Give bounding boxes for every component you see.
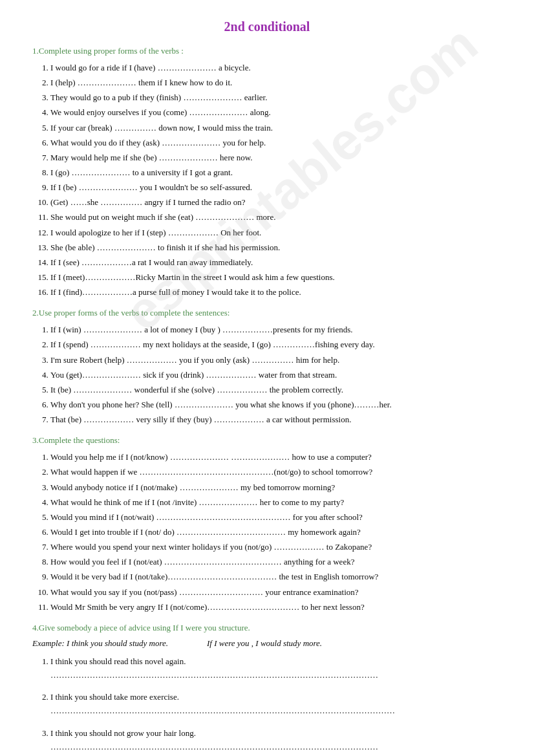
- list-item: I'm sure Robert (help) ……………… you if you…: [50, 354, 502, 367]
- section4-example-right: If I were you , I would study more.: [207, 638, 322, 649]
- section4-heading: 4.Give somebody a piece of advice using …: [32, 623, 502, 633]
- list-item: If I (win) ………………… a lot of money I (buy…: [50, 323, 502, 336]
- list-item: Would you help me if I (not/know) …………………: [50, 451, 502, 464]
- list-item: Why don't you phone her? She (tell) ……………: [50, 398, 502, 411]
- section1-heading: 1.Complete using proper forms of the ver…: [32, 46, 502, 56]
- section3-list: Would you help me if I (not/know) …………………: [32, 451, 502, 614]
- page-title: 2nd conditional: [32, 19, 502, 34]
- list-item: If I (see) ………………a rat I would ran away …: [50, 256, 502, 269]
- section4-item-text: I think you should take more exercise.: [50, 692, 179, 702]
- list-item: Mary would help me if she (be) ………………… h…: [50, 151, 502, 164]
- section4-example: Example: I think you should study more. …: [32, 638, 502, 649]
- list-item: I would go for a ride if I (have) …………………: [50, 61, 502, 74]
- section1-list: I would go for a ride if I (have) …………………: [32, 61, 502, 299]
- list-item: If I (be) ………………… you I wouldn't be so s…: [50, 181, 502, 194]
- list-item: I would apologize to her if I (step) …………: [50, 226, 502, 239]
- section4-item-text: I think you should not grow your hair lo…: [50, 728, 196, 738]
- list-item: It (be) ………………… wonderful if she (solve)…: [50, 383, 502, 396]
- list-item: I think you should read this novel again…: [50, 655, 502, 682]
- section3: 3.Complete the questions: Would you help…: [32, 435, 502, 614]
- section4-item-text: I think you should read this novel again…: [50, 656, 186, 666]
- section4-list: I think you should read this novel again…: [32, 655, 502, 756]
- list-item: She (be able) ………………… to finish it if sh…: [50, 241, 502, 254]
- list-item: They would go to a pub if they (finish) …: [50, 91, 502, 104]
- section2: 2.Use proper forms of the verbs to compl…: [32, 308, 502, 426]
- list-item: I (help) ………………… them if I knew how to d…: [50, 76, 502, 89]
- list-item: If your car (break) …………… down now, I wo…: [50, 122, 502, 135]
- list-item: If I (spend) ……………… my next holidays at …: [50, 338, 502, 351]
- list-item: Would I get into trouble if I (not/ do) …: [50, 526, 502, 539]
- list-item: (Get) ……she …………… angry if I turned the …: [50, 196, 502, 209]
- list-item: That (be) ……………… very silly if they (buy…: [50, 413, 502, 426]
- section4-example-left: Example: I think you should study more.: [32, 638, 168, 649]
- list-item: Would you mind if I (not/wait) …………………………: [50, 511, 502, 524]
- section2-heading: 2.Use proper forms of the verbs to compl…: [32, 308, 502, 318]
- section1: 1.Complete using proper forms of the ver…: [32, 46, 502, 299]
- list-item: What would happen if we ……………………………………………: [50, 466, 502, 479]
- list-item: Would Mr Smith be very angry If I (not/c…: [50, 601, 502, 614]
- list-item: How would you feel if I (not/eat) …………………: [50, 556, 502, 568]
- list-item: If I (meet)………………Ricky Martin in the str…: [50, 271, 502, 284]
- list-item: If I (find)………………a purse full of money I…: [50, 286, 502, 299]
- section3-heading: 3.Complete the questions:: [32, 435, 502, 446]
- list-item: I think you should take more exercise.………: [50, 691, 502, 718]
- list-item: What would he think of me if I (not /inv…: [50, 496, 502, 509]
- list-item: I (go) ………………… to a university if I got …: [50, 166, 502, 179]
- section4: 4.Give somebody a piece of advice using …: [32, 623, 502, 756]
- list-item: What would you do if they (ask) ………………… …: [50, 136, 502, 149]
- list-item: I think you should not grow your hair lo…: [50, 727, 502, 754]
- list-item: She would put on weight much if she (eat…: [50, 211, 502, 224]
- list-item: You (get)………………… sick if you (drink) …………: [50, 369, 502, 382]
- list-item: What would you say if you (not/pass) …………: [50, 586, 502, 599]
- list-item: Where would you spend your next winter h…: [50, 541, 502, 554]
- list-item: We would enjoy ourselves if you (come) ……: [50, 106, 502, 119]
- list-item: Would anybody notice if I (not/make) …………: [50, 481, 502, 494]
- section2-list: If I (win) ………………… a lot of money I (buy…: [32, 323, 502, 426]
- list-item: Would it be very bad if I (not/take)……………: [50, 570, 502, 583]
